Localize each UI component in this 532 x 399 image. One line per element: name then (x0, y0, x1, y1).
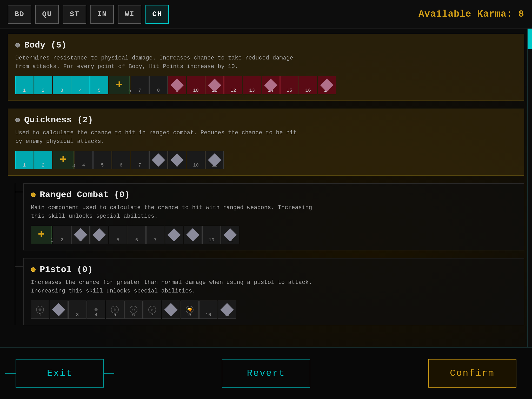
rc-cell-9[interactable]: 9 (184, 226, 202, 244)
rc-cell-4[interactable]: 4 (90, 226, 108, 244)
body-cell-12[interactable]: 12 (224, 76, 242, 94)
body-cell-15[interactable]: 15 (280, 76, 298, 94)
qu-cell-8[interactable]: 8 (149, 151, 168, 169)
rc-cell-2[interactable]: 2 (53, 226, 71, 244)
pistol-skill-bar: 1 2 3 ● 4 ☠ 5 ⚙ (31, 301, 517, 319)
body-dot (15, 43, 20, 48)
pistol-dot (31, 267, 36, 272)
ranged-combat-section: Ranged Combat (0) Main component used to… (23, 183, 524, 250)
ranged-dot (31, 192, 36, 197)
body-cell-14[interactable]: 14 (262, 76, 280, 94)
svg-text:⚙: ⚙ (151, 308, 154, 312)
pistol-cell-6[interactable]: ⚙ 6 (124, 301, 143, 319)
rc-cell-8[interactable]: 8 (165, 226, 183, 244)
body-cell-5[interactable]: 5 (90, 76, 108, 94)
revert-button[interactable]: Revert (222, 359, 310, 388)
ranged-connector (15, 192, 23, 192)
quickness-subskills: Ranged Combat (0) Main component used to… (8, 183, 524, 325)
ranged-title: Ranged Combat (0) (40, 190, 130, 200)
pistol-cell-8[interactable]: 8 (162, 301, 180, 319)
exit-button[interactable]: Exit (16, 359, 104, 388)
tab-in[interactable]: IN (90, 5, 114, 24)
pistol-cell-2[interactable]: 2 (50, 301, 68, 319)
body-cell-10[interactable]: 10 (187, 76, 205, 94)
body-add-btn[interactable]: + (109, 76, 130, 94)
ranged-skill-bar: + 1 2 3 4 5 6 7 8 9 10 11 (31, 226, 517, 244)
top-bar: BD QU ST IN WI CH Available Karma: 8 (0, 0, 532, 29)
quickness-title: Quickness (2) (24, 115, 93, 125)
ranged-header: Ranged Combat (0) (31, 190, 517, 200)
rc-cell-3[interactable]: 3 (71, 226, 90, 244)
qu-cell-10[interactable]: 10 (187, 151, 205, 169)
body-cell-4[interactable]: 4 (71, 76, 90, 94)
bottom-bar: Exit Revert Confirm (0, 347, 532, 399)
pistol-header: Pistol (0) (31, 265, 517, 275)
body-section: Body (5) Determines resistance to physic… (8, 34, 524, 101)
qu-cell-1[interactable]: 1 (15, 151, 34, 169)
pistol-cell-3[interactable]: 3 (68, 301, 87, 319)
main-content: Body (5) Determines resistance to physic… (0, 29, 532, 347)
rc-cell-10[interactable]: 10 (202, 226, 221, 244)
body-cell-9[interactable]: 9 (168, 76, 186, 94)
pistol-title: Pistol (0) (40, 265, 93, 275)
qu-cell-5[interactable]: 5 (93, 151, 111, 169)
karma-display: Available Karma: 8 (418, 9, 524, 19)
pistol-cell-4[interactable]: ● 4 (87, 301, 105, 319)
pistol-cell-5[interactable]: ☠ 5 (106, 301, 124, 319)
svg-text:☠: ☠ (114, 307, 116, 312)
pistol-cell-1[interactable]: 1 (31, 301, 49, 319)
qu-cell-9[interactable]: 9 (168, 151, 186, 169)
body-title: Body (5) (24, 40, 66, 50)
qu-cell-6[interactable]: 6 (112, 151, 130, 169)
qu-cell-11[interactable]: 11 (205, 151, 224, 169)
quickness-dot (15, 118, 20, 122)
pistol-connector (15, 267, 23, 267)
rc-cell-11[interactable]: 11 (221, 226, 239, 244)
body-cell-3[interactable]: 3 (53, 76, 71, 94)
tab-wi[interactable]: WI (118, 5, 141, 24)
tab-st[interactable]: ST (63, 5, 86, 24)
ranged-add-btn[interactable]: + (31, 226, 52, 244)
pistol-cell-7[interactable]: ⚙ 7 (143, 301, 161, 319)
body-cell-8[interactable]: 8 (149, 76, 168, 94)
qu-add-btn[interactable]: + (53, 151, 74, 169)
pistol-desc: Increases the chance for greater than no… (31, 278, 317, 295)
qu-cell-7[interactable]: 7 (131, 151, 149, 169)
body-cell-7[interactable]: 7 (131, 76, 149, 94)
svg-text:🔫: 🔫 (187, 307, 192, 312)
rc-cell-7[interactable]: 7 (146, 226, 164, 244)
quickness-skill-bar: 1 2 + 3 4 5 6 7 8 9 10 11 (15, 151, 517, 169)
ranged-desc: Main component used to calculate the cha… (31, 203, 317, 221)
body-skill-bar: 1 2 3 4 5 + 6 7 8 9 10 11 12 (15, 76, 517, 94)
body-cell-17[interactable]: 17 (318, 76, 336, 94)
pistol-cell-10[interactable]: 10 (199, 301, 217, 319)
body-cell-1[interactable]: 1 (15, 76, 34, 94)
body-cell-11[interactable]: 11 (205, 76, 224, 94)
body-cell-13[interactable]: 13 (243, 76, 261, 94)
connector-line (15, 183, 15, 325)
tab-bd[interactable]: BD (8, 5, 31, 24)
quickness-desc: Used to calculate the chance to hit in r… (15, 129, 301, 146)
pistol-wrapper: Pistol (0) Increases the chance for grea… (23, 258, 524, 325)
body-cell-2[interactable]: 2 (34, 76, 52, 94)
body-cell-16[interactable]: 16 (299, 76, 317, 94)
qu-cell-4[interactable]: 4 (75, 151, 93, 169)
quickness-header: Quickness (2) (15, 115, 517, 125)
quickness-section: Quickness (2) Used to calculate the chan… (8, 109, 524, 176)
pistol-cell-11[interactable]: 11 (218, 301, 236, 319)
body-header: Body (5) (15, 40, 517, 50)
body-desc: Determines resistance to physical damage… (15, 54, 301, 71)
qu-cell-2[interactable]: 2 (34, 151, 52, 169)
rc-cell-5[interactable]: 5 (109, 226, 127, 244)
confirm-button[interactable]: Confirm (428, 359, 516, 388)
rc-cell-6[interactable]: 6 (128, 226, 146, 244)
ranged-combat-wrapper: Ranged Combat (0) Main component used to… (23, 183, 524, 250)
pistol-cell-9[interactable]: 🔫 9 (181, 301, 199, 319)
svg-text:⚙: ⚙ (132, 308, 135, 312)
tab-ch[interactable]: CH (145, 5, 169, 24)
tab-qu[interactable]: QU (35, 5, 59, 24)
pistol-section: Pistol (0) Increases the chance for grea… (23, 258, 524, 325)
